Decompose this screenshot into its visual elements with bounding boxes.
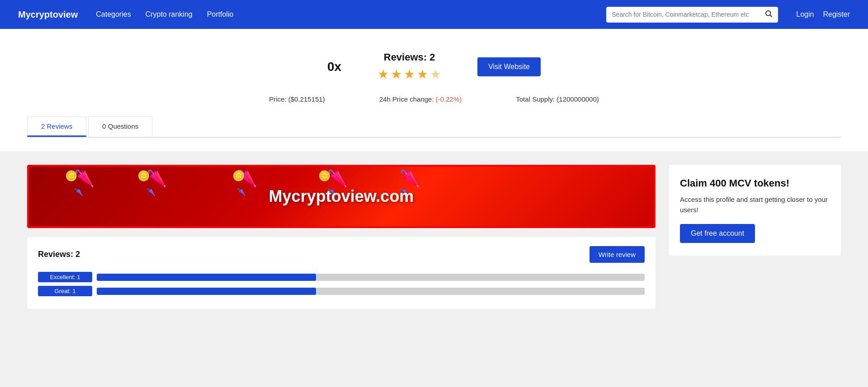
- coin-icon-1: 🪙: [65, 170, 77, 182]
- umbrella-icon-2: 🌂: [146, 169, 174, 187]
- price-change-label: 24h Price change: (-0.22%): [379, 95, 462, 103]
- umbrella-icon-4: 🌂: [327, 169, 354, 187]
- navbar: Mycryptoview Categories Crypto ranking P…: [0, 0, 868, 29]
- star-4: ★: [417, 67, 428, 82]
- main-nav: Categories Crypto ranking Portfolio: [96, 10, 588, 19]
- rating-label-great: Great: 1: [38, 286, 92, 296]
- login-link[interactable]: Login: [796, 10, 814, 19]
- coin-header: 0x Reviews: 2 ★ ★ ★ ★ ★ Visit Website: [27, 42, 841, 86]
- bar-track-excellent: [97, 274, 645, 281]
- svg-point-0: [766, 11, 771, 16]
- reviews-card-header: Reviews: 2 Write review: [38, 246, 645, 263]
- coin-reviews-block: Reviews: 2 ★ ★ ★ ★ ★: [377, 51, 441, 82]
- umbrella-icon-1: 🌂: [74, 169, 101, 187]
- svg-line-1: [770, 15, 772, 17]
- tab-questions[interactable]: 0 Questions: [88, 117, 152, 137]
- price-change-value: (-0.22%): [436, 95, 462, 103]
- site-banner[interactable]: 🌂 🌂 🌂 🌂 🌂 🪙 🪙 🪙 🪙 Mycryptoview.com: [27, 165, 656, 228]
- auth-links: Login Register: [796, 10, 850, 19]
- nav-portfolio[interactable]: Portfolio: [207, 10, 234, 19]
- nav-categories[interactable]: Categories: [96, 10, 131, 19]
- star-2: ★: [391, 67, 402, 82]
- rating-label-excellent: Excellent: 1: [38, 272, 92, 282]
- tabs-bar: 2 Reviews 0 Questions: [27, 117, 841, 138]
- brand-logo[interactable]: Mycryptoview: [18, 9, 78, 20]
- coin-icon-4: 🪙: [318, 170, 330, 182]
- star-5-half: ★: [430, 67, 441, 82]
- search-bar: [606, 7, 778, 23]
- coin-reviews-count: Reviews: 2: [377, 51, 441, 63]
- star-1: ★: [377, 67, 389, 82]
- coin-icon-2: 🪙: [137, 170, 150, 182]
- price-row: Price: ($0.215151) 24h Price change: (-0…: [27, 86, 841, 112]
- star-3: ★: [404, 67, 415, 82]
- price-label: Price: ($0.215151): [269, 95, 325, 103]
- search-input[interactable]: [612, 11, 761, 18]
- rating-bar-excellent: Excellent: 1: [38, 272, 645, 282]
- coin-name: 0x: [327, 60, 341, 74]
- coin-icon-3: 🪙: [232, 170, 245, 182]
- bar-fill-excellent: [97, 274, 316, 281]
- bar-fill-great: [97, 288, 316, 295]
- claim-card: Claim 400 MCV tokens! Access this profil…: [669, 165, 841, 256]
- write-review-button[interactable]: Write review: [590, 246, 645, 263]
- total-supply-label: Total Supply: (1200000000): [516, 95, 599, 103]
- content-section: 🌂 🌂 🌂 🌂 🌂 🪙 🪙 🪙 🪙 Mycryptoview.com Revie…: [0, 151, 868, 322]
- rating-bar-great: Great: 1: [38, 286, 645, 296]
- main-column: 🌂 🌂 🌂 🌂 🌂 🪙 🪙 🪙 🪙 Mycryptoview.com Revie…: [27, 165, 656, 309]
- register-link[interactable]: Register: [823, 10, 850, 19]
- reviews-count-label: Reviews: 2: [38, 250, 80, 259]
- umbrella-icon-5: 🌂: [400, 169, 427, 187]
- claim-description: Access this profile and start getting cl…: [680, 195, 830, 215]
- sidebar: Claim 400 MCV tokens! Access this profil…: [669, 165, 841, 309]
- nav-crypto-ranking[interactable]: Crypto ranking: [146, 10, 193, 19]
- banner-text: Mycryptoview.com: [269, 187, 414, 206]
- visit-website-button[interactable]: Visit Website: [477, 57, 541, 76]
- claim-title: Claim 400 MCV tokens!: [680, 177, 830, 189]
- reviews-card: Reviews: 2 Write review Excellent: 1 Gre…: [27, 237, 656, 309]
- bar-track-great: [97, 288, 645, 295]
- search-icon[interactable]: [764, 9, 773, 20]
- tab-reviews[interactable]: 2 Reviews: [27, 117, 86, 137]
- star-rating: ★ ★ ★ ★ ★: [377, 67, 441, 82]
- coin-header-section: 0x Reviews: 2 ★ ★ ★ ★ ★ Visit Website Pr…: [0, 29, 868, 151]
- get-free-account-button[interactable]: Get free account: [680, 224, 755, 243]
